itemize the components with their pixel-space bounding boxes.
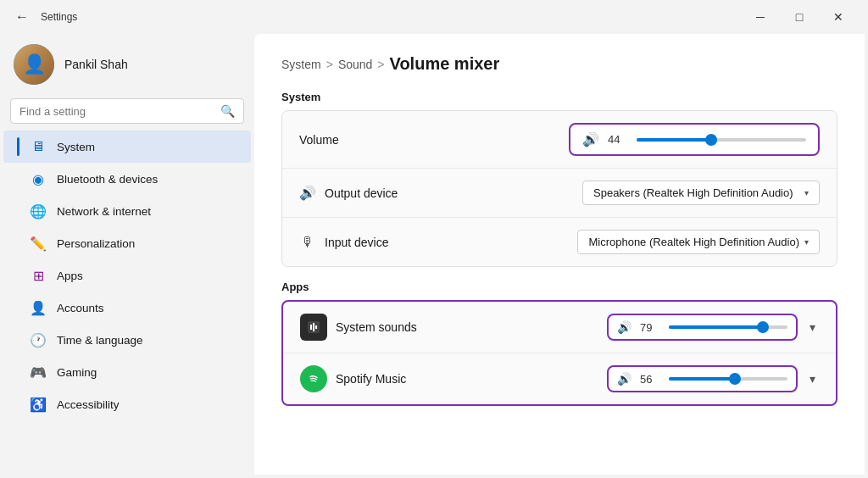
breadcrumb-sound[interactable]: Sound [338, 58, 372, 71]
spotify-speaker-icon: 🔊 [617, 372, 632, 386]
output-icon: 🔊 [299, 185, 316, 201]
search-box: 🔍 [10, 98, 244, 124]
output-device-dropdown[interactable]: Speakers (Realtek High Definition Audio)… [582, 181, 820, 205]
svg-rect-1 [310, 325, 312, 330]
system-icon: 🖥 [30, 138, 47, 155]
maximize-button[interactable]: □ [780, 5, 819, 29]
nav-label-personalization: Personalization [57, 237, 135, 250]
breadcrumb: System > Sound > Volume mixer [281, 54, 837, 74]
volume-row: Volume 🔊 44 [282, 111, 837, 169]
nav-label-accessibility: Accessibility [57, 398, 120, 411]
system-sounds-expand[interactable]: ▾ [806, 317, 819, 337]
input-device-dropdown[interactable]: Microphone (Realtek High Definition Audi… [577, 230, 820, 254]
output-dropdown-arrow: ▾ [804, 188, 809, 197]
breadcrumb-sep-1: > [326, 58, 333, 71]
volume-slider[interactable] [637, 138, 806, 142]
svg-rect-2 [313, 323, 314, 331]
system-sounds-row: System sounds 🔊 79 ▾ [283, 302, 836, 353]
nav-label-time: Time & language [57, 334, 143, 347]
bluetooth-icon: ◉ [30, 170, 47, 187]
input-device-value: Microphone (Realtek High Definition Audi… [588, 236, 799, 248]
input-device-label: Input device [325, 236, 389, 249]
spotify-value: 56 [640, 373, 660, 386]
nav-item-apps[interactable]: ⊞ Apps [3, 259, 251, 292]
titlebar: ← Settings ─ □ ✕ [0, 0, 868, 31]
svg-rect-3 [315, 325, 317, 329]
nav-item-system[interactable]: 🖥 System [3, 131, 251, 163]
close-button[interactable]: ✕ [819, 5, 858, 29]
user-profile: 👤 Pankil Shah [0, 37, 254, 98]
nav-label-apps: Apps [57, 270, 83, 282]
system-section-title: System [281, 91, 837, 103]
input-device-row: 🎙 Input device Microphone (Realtek High … [282, 218, 837, 266]
nav-item-network[interactable]: 🌐 Network & internet [3, 195, 251, 227]
avatar: 👤 [14, 44, 54, 85]
system-sounds-icon [300, 314, 327, 341]
time-icon: 🕐 [30, 331, 47, 348]
spotify-expand[interactable]: ▾ [806, 369, 819, 389]
apps-icon: ⊞ [30, 267, 47, 284]
nav-item-time[interactable]: 🕐 Time & language [3, 324, 251, 356]
search-input[interactable] [19, 105, 214, 118]
nav-item-personalization[interactable]: ✏️ Personalization [3, 227, 251, 259]
gaming-icon: 🎮 [30, 364, 47, 381]
system-sounds-value: 79 [640, 321, 660, 334]
apps-section-title: Apps [281, 281, 837, 293]
content-area: System > Sound > Volume mixer System Vol… [254, 34, 865, 475]
personalization-icon: ✏️ [30, 235, 47, 252]
input-dropdown-arrow: ▾ [804, 237, 809, 247]
back-button[interactable]: ← [10, 8, 34, 26]
system-sounds-slider[interactable] [669, 325, 787, 329]
app-container: 👤 Pankil Shah 🔍 🖥 System ◉ Bluetooth & d… [0, 31, 868, 478]
sidebar: 👤 Pankil Shah 🔍 🖥 System ◉ Bluetooth & d… [0, 31, 254, 478]
window-controls: ─ □ ✕ [741, 5, 858, 29]
spotify-row: Spotify Music 🔊 56 ▾ [283, 353, 836, 404]
user-name: Pankil Shah [64, 58, 128, 71]
spotify-icon [300, 365, 327, 392]
volume-speaker-icon: 🔊 [582, 131, 599, 147]
volume-control-highlighted: 🔊 44 [569, 123, 820, 156]
nav-item-gaming[interactable]: 🎮 Gaming [3, 356, 251, 388]
output-device-value: Speakers (Realtek High Definition Audio) [593, 186, 793, 199]
output-device-row: 🔊 Output device Speakers (Realtek High D… [282, 169, 837, 218]
nav-item-bluetooth[interactable]: ◉ Bluetooth & devices [3, 163, 251, 195]
active-indicator [17, 137, 19, 156]
nav-item-accessibility[interactable]: ♿ Accessibility [3, 388, 251, 420]
nav-label-system: System [57, 141, 95, 153]
breadcrumb-sep-2: > [377, 58, 384, 71]
minimize-button[interactable]: ─ [741, 5, 780, 29]
system-sounds-speaker-icon: 🔊 [617, 320, 632, 334]
accounts-icon: 👤 [30, 299, 47, 316]
nav-label-gaming: Gaming [57, 366, 97, 379]
system-sounds-volume-control: 🔊 79 [607, 314, 798, 341]
volume-label: Volume [299, 133, 339, 147]
output-device-label: Output device [325, 186, 398, 200]
nav-label-bluetooth: Bluetooth & devices [57, 173, 158, 186]
network-icon: 🌐 [30, 203, 47, 220]
accessibility-icon: ♿ [30, 396, 47, 413]
input-icon: 🎙 [299, 235, 316, 250]
breadcrumb-system[interactable]: System [281, 58, 321, 71]
app-title: Settings [41, 11, 77, 23]
system-sounds-label: System sounds [336, 320, 417, 334]
apps-card: System sounds 🔊 79 ▾ [281, 300, 837, 406]
spotify-slider[interactable] [669, 377, 787, 381]
nav-label-network: Network & internet [57, 205, 151, 218]
nav-item-accounts[interactable]: 👤 Accounts [3, 292, 251, 324]
search-icon: 🔍 [220, 104, 235, 118]
system-card: Volume 🔊 44 🔊 Outp [281, 110, 837, 267]
spotify-label: Spotify Music [336, 372, 406, 386]
spotify-volume-control: 🔊 56 [607, 365, 798, 392]
nav-label-accounts: Accounts [57, 302, 104, 314]
page-title: Volume mixer [390, 54, 500, 74]
volume-value: 44 [608, 133, 628, 146]
